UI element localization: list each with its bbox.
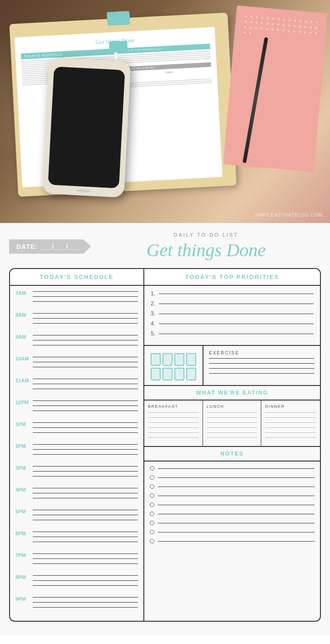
exercise-label: EXERCISE [209,350,315,355]
water-section [144,346,203,385]
date-tag: DATE: ___/___/___ [9,239,91,254]
priorities-header: TODAY'S TOP PRIORITIES [144,269,320,286]
priority-item-1: 1. [151,290,314,297]
eating-grid: BREAKFAST LUNCH [144,401,320,446]
priorities-body: 1. 2. 3. 4. [144,286,320,345]
notes-header: NOTES [144,447,320,461]
time-slot-10am: 10AM [15,355,138,377]
planner-subtitle: DAILY TO DO LIST [91,232,321,238]
priority-item-4: 4. [151,320,314,327]
lunch-label: LUNCH [207,404,258,409]
note-item-6 [150,512,315,516]
schedule-body: 7AM 8AM 9AM [10,286,143,621]
time-slot-1pm: 1PM [15,421,138,442]
note-item-8 [150,530,315,534]
water-cup-7 [174,368,184,380]
lunch-col: LUNCH [203,401,262,446]
time-slot-9am: 9AM [15,333,138,355]
notes-section: NOTES [144,447,320,553]
date-bar: DATE: ___/___/___ DAILY TO DO LIST Get t… [9,232,321,261]
schedule-column: TODAY'S SCHEDULE 7AM 8AM 9AM [10,269,144,621]
breakfast-col: BREAKFAST [144,401,203,446]
time-slot-3pm: 3PM [15,464,138,486]
water-cup-1 [151,353,161,366]
breakfast-label: BREAKFAST [148,404,199,409]
water-cup-6 [162,368,173,380]
time-slot-8pm: 8PM [15,573,138,595]
water-cup-8 [186,368,196,380]
water-cup-4 [186,353,196,366]
photo-section: Get things Done TODAY'S SCHEDULE TODAY'S… [0,0,330,223]
watermark: SIMPLEASTHATBLOG.COM [255,213,323,218]
exercise-section: EXERCISE [203,346,320,385]
time-slot-7am: 7AM [15,289,138,311]
eating-header: WHAT WE'RE EATING [144,386,320,401]
time-slot-5pm: 5PM [15,508,138,530]
note-item-4 [150,493,315,498]
note-item-5 [150,502,315,507]
note-item-9 [150,539,315,543]
note-item-7 [150,521,315,525]
water-cups [151,353,196,380]
time-slot-8am: 8AM [15,311,138,333]
priority-item-5: 5. [151,330,314,337]
time-slot-2pm: 2PM [15,442,138,464]
priority-item-3: 3. [151,310,314,317]
eating-section: WHAT WE'RE EATING BREAKFAST LUNCH [144,386,320,447]
time-slot-11am: 11AM [15,377,138,399]
right-column: TODAY'S TOP PRIORITIES 1. 2. 3. [144,269,320,621]
schedule-header: TODAY'S SCHEDULE [10,269,143,286]
planner-title: Get things Done [91,239,321,261]
note-item-3 [150,484,315,489]
dinner-col: DINNER [261,401,320,446]
notes-body [144,461,320,553]
time-slot-7pm: 7PM [15,552,138,573]
time-slot-9pm: 9PM [15,595,138,617]
notebook-decoration [223,5,328,172]
priority-item-2: 2. [151,300,314,307]
priorities-section: TODAY'S TOP PRIORITIES 1. 2. 3. [144,269,320,346]
note-item-2 [150,475,315,480]
planner-section: DATE: ___/___/___ DAILY TO DO LIST Get t… [0,223,330,635]
dinner-label: DINNER [265,404,316,409]
water-cup-2 [162,353,173,366]
phone-decoration [42,57,131,198]
time-slot-6pm: 6PM [15,530,138,552]
main-planner-grid: TODAY'S SCHEDULE 7AM 8AM 9AM [9,268,321,622]
note-item-1 [150,466,315,471]
water-cup-5 [151,368,161,380]
time-slot-4pm: 4PM [15,486,138,508]
water-cup-3 [174,353,184,366]
exercise-water-section: EXERCISE [144,346,320,386]
time-slot-12pm: 12PM [15,399,138,421]
